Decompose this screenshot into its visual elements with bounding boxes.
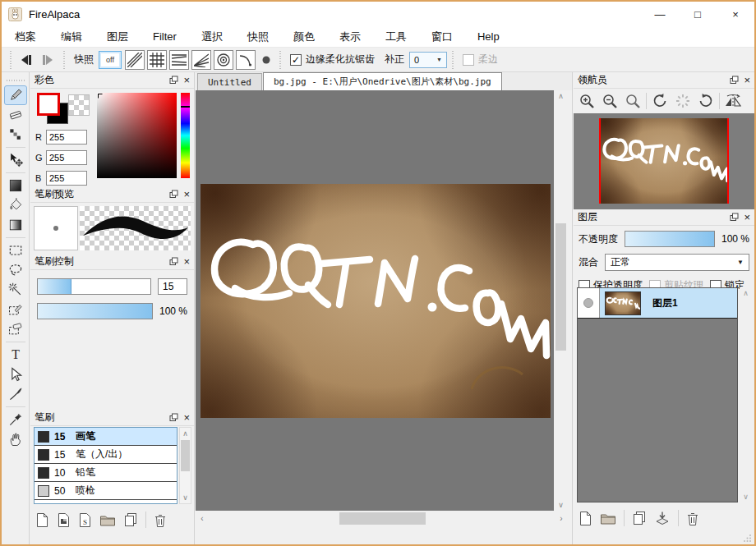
add-brush-icon[interactable]	[35, 512, 49, 528]
brush-item[interactable]: 15画笔	[35, 428, 177, 446]
select-pen-tool[interactable]	[4, 300, 27, 319]
menu-item-file[interactable]: 档案	[15, 30, 36, 44]
maximize-button[interactable]: □	[679, 2, 717, 26]
float-panel-icon[interactable]	[169, 413, 178, 422]
antialias-checkbox[interactable]: ✓	[290, 54, 302, 66]
brush-item[interactable]: 100喷枪	[35, 500, 177, 504]
select-rect-tool[interactable]	[4, 241, 27, 260]
scroll-up-icon[interactable]: ∧	[740, 287, 752, 299]
scrollbar-thumb[interactable]	[555, 223, 566, 351]
brush-size-value[interactable]: 15	[158, 278, 187, 295]
snap-parallel-button[interactable]	[125, 50, 145, 70]
resize-grip-icon[interactable]	[744, 534, 752, 542]
antialias-option[interactable]: ✓ 边缘柔化抗锯齿	[290, 53, 375, 67]
curve-snap-pen-tool[interactable]	[4, 384, 27, 404]
float-panel-icon[interactable]	[730, 76, 739, 85]
minimize-button[interactable]: —	[641, 2, 679, 26]
reset-rotation-icon[interactable]	[673, 91, 693, 111]
merge-down-icon[interactable]	[654, 511, 671, 526]
brush-list-scrollbar[interactable]: ∧ ∨	[179, 427, 191, 504]
soft-edge-checkbox[interactable]	[463, 54, 474, 66]
snapshot-prev-button[interactable]	[16, 50, 37, 70]
scroll-down-icon[interactable]: ∨	[740, 491, 752, 502]
menu-item-filter[interactable]: Filter	[153, 30, 177, 43]
close-panel-icon[interactable]: ×	[183, 412, 190, 423]
navigator-thumbnail[interactable]	[599, 118, 729, 204]
canvas-vertical-scrollbar[interactable]: ∧ ∨	[554, 90, 568, 511]
zoom-reset-icon[interactable]	[623, 91, 643, 111]
scroll-left-icon[interactable]: ‹	[196, 511, 209, 526]
brush-opacity-slider[interactable]	[37, 303, 153, 319]
canvas-image[interactable]	[201, 184, 551, 418]
pen-tool[interactable]	[4, 85, 27, 105]
close-panel-icon[interactable]: ×	[183, 189, 190, 200]
brush-item[interactable]: 15笔（入/出）	[35, 446, 177, 464]
select-eraser-tool[interactable]	[4, 319, 27, 339]
dot-tool[interactable]	[4, 125, 27, 145]
toolbar-grip[interactable]	[8, 51, 12, 69]
menu-item-help[interactable]: Help	[477, 30, 500, 43]
foreground-color-swatch[interactable]	[37, 93, 60, 116]
add-layer-folder-icon[interactable]	[600, 511, 616, 526]
menu-item-layer[interactable]: 图层	[107, 30, 128, 44]
bucket-tool[interactable]	[4, 195, 27, 215]
add-layer-icon[interactable]	[579, 511, 592, 526]
move-tool[interactable]	[4, 150, 27, 170]
navigator-viewport[interactable]	[574, 113, 754, 209]
brush-folder-icon[interactable]	[99, 512, 116, 528]
duplicate-layer-icon[interactable]	[632, 511, 647, 526]
snap-grid-button[interactable]	[147, 50, 167, 70]
toolbar-grip-3[interactable]	[278, 51, 282, 69]
menu-item-edit[interactable]: 编辑	[61, 30, 82, 44]
navigator-header[interactable]: 领航员 ×	[574, 72, 754, 89]
canvas-area[interactable]	[196, 90, 554, 511]
scroll-up-icon[interactable]: ∧	[554, 90, 568, 102]
snap-point-indicator[interactable]	[258, 50, 274, 70]
blue-value-field[interactable]	[46, 171, 87, 186]
delete-layer-icon[interactable]	[686, 511, 699, 526]
blend-mode-dropdown[interactable]: 正常 ▼	[605, 254, 749, 271]
green-value-field[interactable]	[46, 150, 87, 165]
menu-item-snapshot[interactable]: 快照	[247, 30, 269, 44]
close-panel-icon[interactable]: ×	[744, 75, 750, 85]
close-button[interactable]: ×	[717, 2, 754, 26]
canvas-horizontal-scrollbar[interactable]: ‹ ›	[196, 511, 568, 526]
float-panel-icon[interactable]	[730, 213, 739, 222]
scrollbar-thumb[interactable]	[339, 512, 426, 525]
transparent-color-swatch[interactable]	[68, 94, 90, 116]
menu-item-tools[interactable]: 工具	[385, 30, 407, 44]
color-panel-header[interactable]: 彩色 ×	[30, 72, 194, 89]
snap-vanishing-button[interactable]	[191, 50, 211, 70]
brush-control-header[interactable]: 笔刷控制 ×	[30, 254, 194, 270]
hue-slider[interactable]	[181, 93, 190, 178]
snapshot-next-button[interactable]	[37, 50, 58, 70]
scroll-down-icon[interactable]: ∨	[554, 499, 568, 511]
operation-tool[interactable]	[4, 365, 27, 384]
text-tool[interactable]: T	[4, 345, 27, 365]
fill-rect-tool[interactable]	[4, 176, 27, 195]
snap-concentric-button[interactable]	[214, 50, 233, 70]
layer-visibility-toggle[interactable]	[578, 288, 600, 318]
duplicate-brush-icon[interactable]	[123, 512, 138, 528]
scroll-down-icon[interactable]: ∨	[180, 492, 191, 503]
brush-preview-header[interactable]: 笔刷预览 ×	[30, 186, 194, 203]
flip-horizontal-icon[interactable]	[723, 91, 743, 111]
menu-item-color[interactable]: 颜色	[293, 30, 315, 44]
delete-brush-icon[interactable]	[154, 512, 167, 528]
toolbar-grip-4[interactable]	[450, 51, 454, 69]
correction-dropdown[interactable]: 0 ▼	[409, 52, 447, 68]
rotate-right-icon[interactable]	[696, 91, 716, 111]
close-panel-icon[interactable]: ×	[744, 212, 750, 223]
close-panel-icon[interactable]: ×	[183, 256, 190, 267]
layer-row[interactable]: 图层1	[578, 288, 737, 319]
saturation-value-picker[interactable]	[97, 93, 177, 178]
hand-tool[interactable]	[4, 429, 27, 449]
gradient-tool[interactable]	[4, 215, 27, 235]
lasso-tool[interactable]	[4, 260, 27, 280]
brush-item[interactable]: 10铅笔	[35, 464, 177, 482]
layer-list-scrollbar[interactable]: ∧ ∨	[740, 287, 752, 502]
menu-item-window[interactable]: 窗口	[431, 30, 453, 44]
toolstrip-grip[interactable]	[7, 79, 25, 82]
scroll-right-icon[interactable]: ›	[555, 511, 568, 526]
snap-off-button[interactable]: off	[99, 51, 122, 69]
